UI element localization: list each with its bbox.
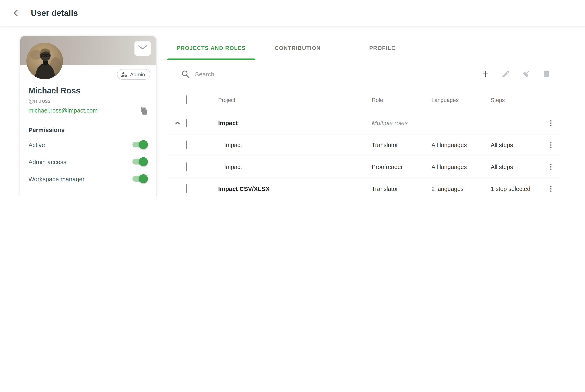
checkbox-cell [186, 119, 204, 126]
row-checkbox[interactable] [186, 184, 187, 193]
user-username: @m.ross [28, 98, 156, 104]
table-toolbar [167, 60, 560, 88]
table-row: ImpactTranslatorAll languagesAll steps [167, 134, 560, 156]
column-header-languages: Languages [414, 97, 473, 103]
table-row: ImpactProofreaderAll languagesAll steps [167, 156, 560, 178]
toggle-admin-access[interactable] [132, 159, 147, 164]
twofa-title: 2FA Methods [28, 195, 66, 196]
permission-label: Active [28, 141, 45, 148]
search-box [181, 70, 480, 78]
column-header-role: Role [354, 97, 414, 103]
permissions-title: Permissions [28, 126, 148, 133]
clear-button[interactable] [521, 69, 532, 79]
admin-badge-label: Admin [130, 71, 145, 78]
send-email-button[interactable] [134, 41, 151, 56]
user-details-page: User details [0, 0, 585, 196]
permission-row: Admin access [28, 156, 148, 167]
column-header-project: Project [204, 97, 354, 103]
page-title: User details [31, 8, 78, 18]
row-menu-cell [542, 116, 560, 130]
table-row: Impact CSV/XLSXTranslator2 languages1 st… [167, 178, 560, 196]
steps-cell: 1 step selected [473, 186, 542, 192]
languages-cell: All languages [414, 142, 473, 148]
chevron-up-icon [174, 119, 182, 127]
profile-card: Admin Michael Ross @m.ross michael.ross@… [20, 36, 156, 196]
table-row: ImpactMultiple roles [167, 112, 560, 134]
kebab-menu-icon [547, 119, 555, 127]
steps-cell: All steps [473, 142, 542, 148]
toggle-knob [139, 157, 148, 166]
row-menu-button[interactable] [544, 182, 558, 195]
row-checkbox[interactable] [186, 140, 187, 149]
edit-button[interactable] [500, 69, 511, 79]
arrow-left-icon [12, 8, 22, 18]
row-menu-cell [542, 160, 560, 173]
select-all-checkbox[interactable] [186, 96, 187, 104]
manage-accounts-icon [121, 71, 128, 78]
add-button[interactable] [480, 69, 491, 79]
toggle-knob [139, 140, 148, 149]
trash-icon [542, 70, 551, 78]
toolbar-actions [480, 69, 552, 79]
row-menu-cell [542, 138, 560, 151]
permission-label: Workspace manager [28, 175, 84, 182]
search-input[interactable] [194, 70, 366, 78]
checkbox-cell [186, 185, 204, 192]
user-email-link[interactable]: michael.ross@impact.com [28, 107, 98, 114]
copy-icon [140, 106, 148, 115]
row-checkbox[interactable] [186, 162, 187, 171]
kebab-menu-icon [547, 163, 555, 171]
admin-badge: Admin [117, 69, 150, 80]
pencil-icon [501, 70, 510, 78]
expander-cell [167, 116, 186, 130]
collapse-row-button[interactable] [171, 116, 184, 130]
table-header-row: Project Role Languages Steps [167, 88, 560, 112]
back-button[interactable] [10, 6, 24, 20]
copy-email-button[interactable] [139, 105, 150, 116]
permission-row: Workspace manager [28, 173, 148, 184]
languages-cell: 2 languages [414, 186, 473, 192]
toggle-knob [139, 174, 148, 183]
toggle-workspace-manager[interactable] [132, 176, 147, 182]
row-menu-cell [542, 182, 560, 195]
plus-icon [480, 69, 490, 79]
steps-cell: All steps [473, 164, 542, 170]
broom-icon [522, 70, 530, 78]
project-cell: Impact [204, 164, 354, 170]
reset-2fa-link[interactable]: Reset 2FA [121, 196, 148, 196]
role-cell: Translator [354, 142, 414, 148]
tab-contribution[interactable]: CONTRIBUTION [256, 36, 340, 60]
permission-label: Admin access [28, 158, 66, 165]
column-header-steps: Steps [473, 97, 542, 103]
toggle-active[interactable] [132, 142, 147, 148]
role-cell: Multiple roles [354, 120, 414, 126]
role-cell: Proofreader [354, 164, 414, 170]
checkbox-cell [186, 163, 204, 170]
search-icon [181, 70, 190, 78]
tab-bar: PROJECTS AND ROLESCONTRIBUTIONPROFILE [167, 36, 560, 60]
delete-button[interactable] [541, 69, 552, 79]
envelope-icon [138, 45, 147, 52]
row-checkbox[interactable] [186, 118, 187, 127]
row-menu-button[interactable] [544, 160, 558, 173]
checkbox-cell [186, 141, 204, 148]
project-cell: Impact CSV/XLSX [204, 185, 354, 192]
projects-panel: PROJECTS AND ROLESCONTRIBUTIONPROFILE Pr… [167, 36, 560, 196]
user-name: Michael Ross [28, 86, 156, 96]
row-menu-button[interactable] [544, 138, 558, 151]
role-cell: Translator [354, 186, 414, 192]
project-cell: Impact [204, 142, 354, 148]
permission-row: Active [28, 139, 148, 150]
avatar [26, 43, 63, 79]
tab-projects-and-roles[interactable]: PROJECTS AND ROLES [167, 36, 256, 60]
kebab-menu-icon [547, 185, 555, 193]
row-menu-button[interactable] [544, 116, 558, 130]
project-cell: Impact [204, 120, 354, 126]
languages-cell: All languages [414, 164, 473, 170]
page-header: User details [0, 0, 585, 26]
table-body: ImpactMultiple rolesImpactTranslatorAll … [167, 112, 560, 196]
kebab-menu-icon [547, 141, 555, 149]
tab-profile[interactable]: PROFILE [340, 36, 424, 60]
